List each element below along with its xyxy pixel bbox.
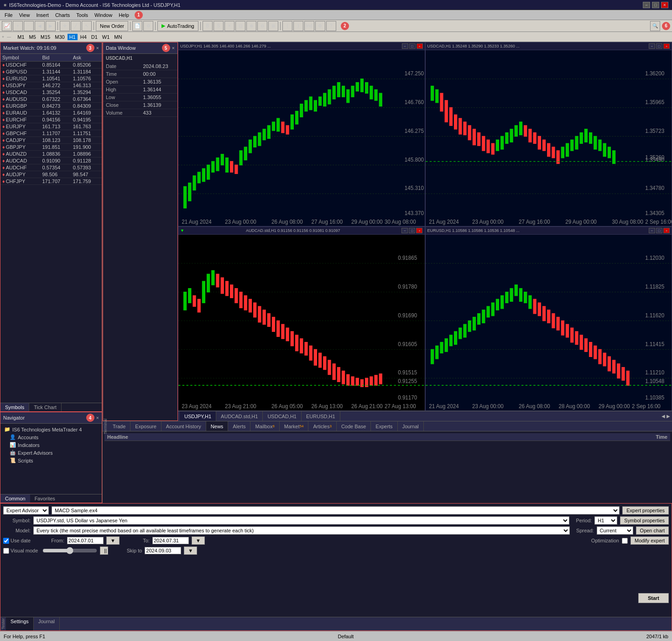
- new-order-button[interactable]: New Order: [96, 21, 128, 31]
- terminal-tab-articles[interactable]: Articles3: [308, 421, 337, 431]
- period-select[interactable]: H1: [594, 516, 617, 525]
- open-chart-button[interactable]: Open chart: [636, 526, 669, 535]
- chart-tab-usdcad[interactable]: USDCAD,H1: [263, 411, 302, 421]
- new-chart-button[interactable]: 📈: [2, 21, 12, 31]
- tf-m30[interactable]: M30: [53, 34, 66, 40]
- nav-root[interactable]: 📁 IS6 Technologies MetaTrader 4: [2, 426, 100, 433]
- nav-tab-common[interactable]: Common: [0, 494, 30, 503]
- minimize-button[interactable]: −: [643, 2, 650, 8]
- chart-eurusd-close[interactable]: ×: [663, 228, 670, 233]
- nav-expert-advisors[interactable]: 🤖 Expert Advisors: [2, 449, 100, 457]
- tab-symbols[interactable]: Symbols: [0, 403, 29, 411]
- chart-audcad-min[interactable]: −: [401, 228, 408, 233]
- visual-speed-slider[interactable]: [42, 547, 97, 554]
- ea-name-select[interactable]: MACD Sample.ex4: [52, 506, 620, 515]
- tf-h4[interactable]: H4: [78, 34, 89, 40]
- menu-charts[interactable]: Charts: [52, 11, 73, 19]
- next-period-button[interactable]: ⟩: [293, 21, 303, 31]
- chart-tab-usdjpy[interactable]: USDJPY,H1: [180, 411, 216, 421]
- chart-eurusd-min[interactable]: −: [649, 228, 655, 233]
- nav-tab-favorites[interactable]: Favorites: [30, 494, 60, 503]
- line-tool-button[interactable]: ╱: [71, 21, 81, 31]
- nav-accounts[interactable]: 👤 Accounts: [2, 433, 100, 441]
- market-row[interactable]: ♦AUDNZD 1.08836 1.08896: [0, 151, 102, 158]
- market-row[interactable]: ♦USDJPY 146.272 146.313: [0, 82, 102, 89]
- navigator-close[interactable]: ×: [96, 415, 99, 420]
- market-row[interactable]: ♦AUDCHF 0.57354 0.57393: [0, 164, 102, 171]
- menu-help[interactable]: Help: [116, 11, 132, 19]
- visual-pause-button[interactable]: ||: [100, 546, 108, 555]
- chart-usdcad-max[interactable]: □: [656, 43, 662, 49]
- terminal-tab-trade[interactable]: Trade: [108, 421, 130, 431]
- terminal-tab-alerts[interactable]: Alerts: [228, 421, 250, 431]
- maximize-button[interactable]: □: [652, 2, 659, 8]
- arrow-tool-button[interactable]: ↖: [82, 21, 92, 31]
- market-row[interactable]: ♦EURJPY 161.713 161.763: [0, 123, 102, 130]
- market-row[interactable]: ♦GBPJPY 191.851 191.900: [0, 144, 102, 151]
- tf-h1[interactable]: H1: [68, 34, 78, 40]
- terminal-tab-codebase[interactable]: Code Base: [337, 421, 371, 431]
- skip-to-input[interactable]: [145, 547, 181, 554]
- tf-mn[interactable]: MN: [112, 34, 124, 40]
- market-row[interactable]: ♦CHFJPY 171.707 171.759: [0, 178, 102, 185]
- nav-indicators[interactable]: 📊 Indicators: [2, 441, 100, 449]
- market-row[interactable]: ♦GBPCHF 1.11707 1.11751: [0, 130, 102, 137]
- market-row[interactable]: ♦EURCHF 0.94156 0.94195: [0, 116, 102, 123]
- market-row[interactable]: ♦USDCAD 1.35254 1.35294: [0, 89, 102, 96]
- chart-usdcad-min[interactable]: −: [649, 43, 655, 49]
- indicators-button[interactable]: Ind: [304, 21, 314, 31]
- menu-insert[interactable]: Insert: [33, 11, 52, 19]
- terminal-tab-exposure[interactable]: Exposure: [130, 421, 161, 431]
- chart-usdjpy-min[interactable]: −: [402, 43, 408, 49]
- spread-select[interactable]: Current: [597, 526, 633, 535]
- menu-window[interactable]: Window: [92, 11, 115, 19]
- tab-tick-chart[interactable]: Tick Chart: [29, 403, 62, 411]
- search-button[interactable]: 🔍: [650, 21, 660, 31]
- scroll-back-button[interactable]: ◀: [35, 21, 45, 31]
- terminal-tab-market[interactable]: Market54: [280, 421, 309, 431]
- from-input[interactable]: [67, 537, 104, 544]
- tester-tab-settings[interactable]: Settings: [6, 617, 34, 630]
- ea-type-select[interactable]: Expert Advisor: [3, 506, 49, 515]
- sell-button[interactable]: S: [214, 21, 224, 31]
- chart-usdcad-close[interactable]: ×: [663, 43, 670, 49]
- close-order-button[interactable]: ×: [224, 21, 234, 31]
- zoom-out-button[interactable]: −: [24, 21, 34, 31]
- market-row[interactable]: ♦CADJPY 108.123 108.178: [0, 137, 102, 144]
- visual-mode-checkbox[interactable]: [3, 548, 9, 554]
- tf-m1[interactable]: M1: [16, 34, 26, 40]
- tester-sidebar-label[interactable]: Tester: [0, 617, 6, 630]
- tf-w1[interactable]: W1: [100, 34, 112, 40]
- autotrading-button[interactable]: ▶ AutoTrading: [157, 21, 198, 31]
- menu-view[interactable]: View: [16, 11, 33, 19]
- use-date-checkbox[interactable]: [3, 538, 9, 544]
- data-window-close[interactable]: ×: [172, 45, 175, 51]
- buy-button[interactable]: B: [203, 21, 213, 31]
- terminal-tab-news[interactable]: News: [206, 421, 229, 431]
- chart-usdjpy-max[interactable]: □: [409, 43, 416, 49]
- terminal-tab-experts[interactable]: Experts: [371, 421, 397, 431]
- zoom-fit-button[interactable]: ⊡: [235, 21, 245, 31]
- model-select[interactable]: Every tick (the most precise method base…: [33, 526, 570, 535]
- market-row[interactable]: ♦AUDUSD 0.67322 0.67364: [0, 96, 102, 103]
- market-row[interactable]: ♦USDCHF 0.85164 0.85206: [0, 62, 102, 68]
- crosshair-button[interactable]: ✛: [60, 21, 70, 31]
- template-button[interactable]: 📄: [132, 21, 142, 31]
- four-windows-button[interactable]: ⊞: [268, 21, 278, 31]
- market-row[interactable]: ♦EURGBP 0.84273 0.84309: [0, 103, 102, 110]
- chart-audcad-close[interactable]: ×: [416, 228, 422, 233]
- chart-usdjpy-close[interactable]: ×: [417, 43, 423, 49]
- chart-eurusd-max[interactable]: □: [656, 228, 662, 233]
- zoom-in2-button[interactable]: ⊕: [246, 21, 256, 31]
- nav-scripts[interactable]: 📜 Scripts: [2, 457, 100, 464]
- tf-m15[interactable]: M15: [39, 34, 52, 40]
- terminal-tab-mailbox[interactable]: Mailbox6: [250, 421, 279, 431]
- menu-tools[interactable]: Tools: [73, 11, 91, 19]
- expert-properties-button[interactable]: Expert properties: [622, 506, 669, 515]
- from-calendar-button[interactable]: ▼: [106, 536, 120, 545]
- start-button[interactable]: Start: [638, 593, 669, 603]
- scroll-forward-button[interactable]: ▶: [46, 21, 56, 31]
- zoom-out2-button[interactable]: ⊖: [257, 21, 267, 31]
- help-button[interactable]: ?: [326, 21, 336, 31]
- terminal-label[interactable]: Terminal: [103, 418, 108, 435]
